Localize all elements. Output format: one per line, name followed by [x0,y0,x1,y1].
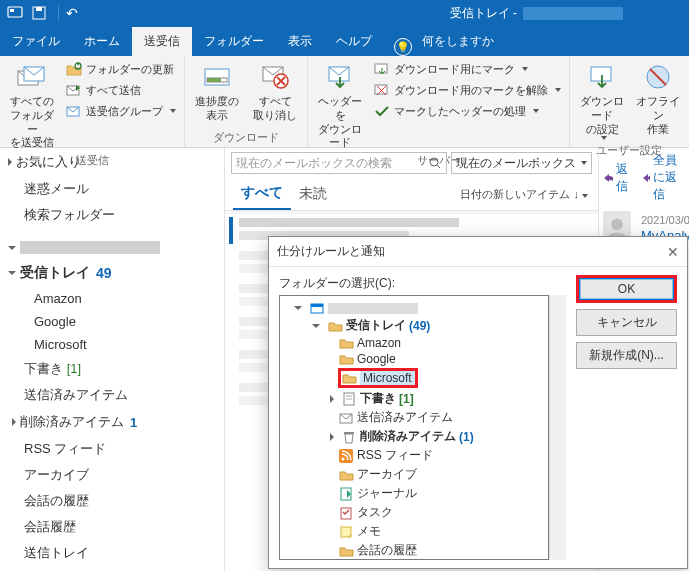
svg-point-19 [430,158,438,166]
save-icon[interactable] [30,4,48,22]
ok-button-highlighted[interactable]: OK [576,275,677,303]
tree-scrollbar[interactable] [549,295,566,560]
tree-deleted[interactable]: 削除済みアイテム (1) [282,427,546,446]
tab-send-receive[interactable]: 送受信 [132,27,192,56]
envelopes-icon [16,61,48,93]
nav-inbox[interactable]: 受信トレイ49 [0,259,224,287]
rss-icon [338,449,354,463]
sent-icon [338,411,354,425]
nav-deleted[interactable]: 削除済みアイテム1 [0,408,224,436]
nav-sent[interactable]: 送信済みアイテム [0,382,224,408]
nav-rss[interactable]: RSS フィード [0,436,224,462]
folder-select-dialog: 仕分けルールと通知 ✕ フォルダーの選択(C): 受信トレイ (49) Amaz… [268,236,688,569]
tree-tasks[interactable]: タスク [282,503,546,522]
send-all-button[interactable]: すべて送信 [62,80,180,100]
cancel-button[interactable]: キャンセル [576,309,677,336]
offline-icon [642,61,674,93]
tree-journal[interactable]: ジャーナル [282,484,546,503]
svg-point-20 [611,219,623,231]
nav-pane: お気に入り 迷惑メール 検索フォルダー 受信トレイ49 Amazon Googl… [0,148,225,571]
tree-microsoft-highlighted[interactable]: Microsoft [282,367,546,389]
nav-inbox-google[interactable]: Google [0,310,224,333]
ribbon-group-server: ヘッダーを ダウンロード ダウンロード用にマーク ダウンロード用のマークを解除 … [308,56,570,147]
journal-icon [338,487,354,501]
folder-refresh-icon [66,61,82,77]
tree-account-blurred [328,303,418,314]
svg-rect-10 [207,78,221,82]
tree-amazon[interactable]: Amazon [282,335,546,351]
ribbon: すべてのフォルダー を送受信 フォルダーの更新 すべて送信 送受信グループ 送受… [0,56,689,148]
nav-search-folder[interactable]: 検索フォルダー [0,202,224,228]
send-receive-group-button[interactable]: 送受信グループ [62,101,180,121]
account-blurred [20,241,160,254]
nav-account[interactable] [0,236,224,259]
tree-archive[interactable]: アーカイブ [282,465,546,484]
trash-icon [341,430,357,444]
folder-icon [338,352,354,366]
tree-account[interactable] [282,300,546,316]
folder-select-label: フォルダーの選択(C): [279,275,566,292]
envelope-group-icon [66,103,82,119]
search-input[interactable]: 現在のメールボックスの検索 [231,152,447,174]
work-offline-button[interactable]: オフライン 作業 [632,59,684,138]
nav-conversation-history[interactable]: 会話の履歴 [0,488,224,514]
new-folder-button[interactable]: 新規作成(N)... [576,342,677,369]
tab-help[interactable]: ヘルプ [324,27,384,56]
nav-inbox-amazon[interactable]: Amazon [0,287,224,310]
tab-all-messages[interactable]: すべて [233,178,291,210]
tree-sent[interactable]: 送信済みアイテム [282,408,546,427]
tree-inbox[interactable]: 受信トレイ (49) [282,316,546,335]
send-receive-all-button[interactable]: すべてのフォルダー を送受信 [4,59,60,152]
tab-unread-messages[interactable]: 未読 [291,179,335,209]
update-folder-button[interactable]: フォルダーの更新 [62,59,180,79]
unread-indicator [229,217,233,244]
mark-for-download-button[interactable]: ダウンロード用にマーク [370,59,565,79]
folder-icon [327,319,343,333]
progress-icon [201,61,233,93]
tree-rss[interactable]: RSS フィード [282,446,546,465]
sort-dropdown[interactable]: 日付の新しいアイテム ↓ [458,181,590,208]
tasks-icon [338,506,354,520]
reply-icon [603,172,613,184]
tab-file[interactable]: ファイル [0,27,72,56]
help-bulb-icon[interactable]: 💡 [394,38,412,56]
nav-archive[interactable]: アーカイブ [0,462,224,488]
tab-folder[interactable]: フォルダー [192,27,276,56]
download-settings-button[interactable]: ダウンロード の設定 [574,59,630,142]
folder-tree[interactable]: 受信トレイ (49) Amazon Google Microsoft 下書き [… [279,295,549,560]
nav-junk[interactable]: 迷惑メール [0,176,224,202]
undo-icon[interactable]: ↶ [63,4,81,22]
tree-google[interactable]: Google [282,351,546,367]
nav-inbox-microsoft[interactable]: Microsoft [0,333,224,356]
nav-conversation-history-2[interactable]: 会話履歴 [0,514,224,540]
tree-notes[interactable]: メモ [282,522,546,541]
reply-all-icon [642,172,650,184]
reply-button[interactable]: 返信 [603,152,632,203]
svg-rect-9 [205,69,229,85]
process-marked-headers-button[interactable]: マークしたヘッダーの処理 [370,101,565,121]
dialog-title: 仕分けルールと通知 [277,243,385,260]
cancel-all-button[interactable]: すべて 取り消し [247,59,303,125]
show-progress-button[interactable]: 進捗度の 表示 [189,59,245,125]
search-scope-dropdown[interactable]: 現在のメールボックス [451,152,592,174]
download-headers-button[interactable]: ヘッダーを ダウンロード [312,59,368,152]
download-header-icon [324,61,356,93]
nav-drafts[interactable]: 下書き [1] [0,356,224,382]
tree-conv-history[interactable]: 会話の履歴 [282,541,546,560]
reply-all-button[interactable]: 全員に返信 [642,152,685,203]
note-icon [338,525,354,539]
svg-point-27 [342,457,345,460]
tree-drafts[interactable]: 下書き [1] [282,389,546,408]
nav-favorites[interactable]: お気に入り [0,148,224,176]
search-icon[interactable] [428,156,442,170]
cancel-icon [259,61,291,93]
close-icon[interactable]: ✕ [667,244,679,260]
svg-rect-1 [10,9,14,12]
tell-me-search[interactable]: 何をしますか [412,27,504,56]
unmark-download-button[interactable]: ダウンロード用のマークを解除 [370,80,565,100]
nav-outbox[interactable]: 送信トレイ [0,540,224,566]
tab-view[interactable]: 表示 [276,27,324,56]
tab-home[interactable]: ホーム [72,27,132,56]
drafts-icon [341,392,357,406]
svg-rect-17 [591,67,611,81]
